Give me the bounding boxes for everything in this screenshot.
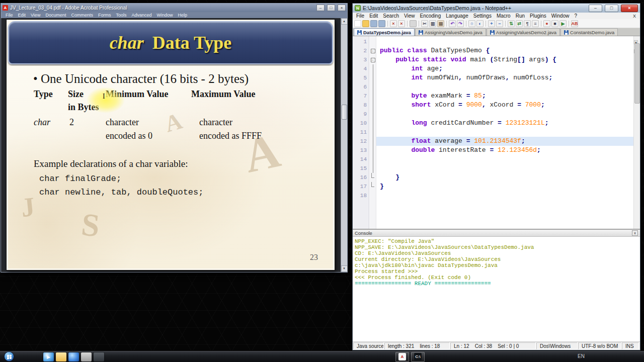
spellcheck-icon[interactable]: AB [571,20,578,27]
code-line-12[interactable]: 12 float average = 101.2134543f; [353,137,633,146]
acrobat-titlebar[interactable]: A JV_Lecture_03_04.pdf - Adobe Acrobat P… [1,4,347,12]
code-line-7[interactable]: 7 byte examMark = 85; [353,92,633,101]
code-line-10[interactable]: 10 long creditCardNumber = 123123121L; [353,119,633,128]
language-indicator[interactable]: EN [578,353,585,359]
npp-menu-encoding[interactable]: Encoding [418,13,444,19]
npp-menu-macro[interactable]: Macro [494,13,513,19]
tab-AssigningValuesDemo2.java[interactable]: AssigningValuesDemo2.java [487,28,560,36]
acrobat-minimize-button[interactable]: – [316,5,325,11]
copy-icon[interactable]: ▥ [429,20,436,27]
paste-icon[interactable]: ▤ [437,20,444,27]
code-line-15[interactable]: 15 [353,164,633,173]
acrobat-scroll-thumb[interactable] [342,105,347,120]
new-file-icon[interactable] [354,20,361,27]
save-all-icon[interactable] [378,20,385,27]
console-output[interactable]: NPP_EXEC: "Compile Java"NPP_SAVE: E:\Jav… [353,237,640,341]
pinned-app-gray-icon[interactable] [81,352,92,361]
acrobat-scrollbar[interactable]: ▲ ▼ [341,18,347,272]
npp-menu-run[interactable]: Run [513,13,527,19]
taskbar-button-cmd[interactable]: C:\ [411,352,425,362]
code-line-3[interactable]: 3− public static void main (String[] arg… [353,55,633,64]
word-wrap-icon[interactable]: ¶ [524,20,531,27]
sync-vertical-icon[interactable]: ⇅ [508,20,515,27]
save-icon[interactable] [370,20,377,27]
redo-icon[interactable]: ↷ [457,20,464,27]
acrobat-menu-file[interactable]: File [3,12,16,18]
fold-collapse-icon[interactable]: − [371,58,375,62]
console-close-button[interactable]: x [632,230,638,236]
close-all-icon[interactable]: × [398,20,405,27]
acrobat-menu-view[interactable]: View [28,12,43,18]
taskbar-button-acrobat[interactable]: A [395,352,409,362]
text-cursor-icon: I [103,93,105,101]
editor-scroll-thumb[interactable] [634,43,640,104]
browser-icon[interactable] [68,352,79,361]
acrobat-close-button[interactable]: × [338,5,346,11]
close-icon[interactable]: × [390,20,397,27]
open-folder-icon[interactable] [362,20,369,27]
acrobat-menu-forms[interactable]: Forms [96,12,114,18]
notepadpp-titlebar[interactable]: N E:\JavaVideos\JavaSources\DataTypesDem… [353,4,640,13]
notepadpp-close-button[interactable]: × [621,5,638,12]
media-player-icon[interactable]: ▶ [43,352,54,361]
code-line-5[interactable]: 5 int numOfWin, numOfDraws, numOfLoss; [353,73,633,82]
console-header: Console x [353,230,640,237]
start-button[interactable] [4,351,14,361]
play-macro-icon[interactable]: ▶ [559,20,567,27]
stop-macro-icon[interactable]: ■ [551,20,558,27]
code-line-14[interactable]: 14 [353,155,633,164]
npp-menu-edit[interactable]: Edit [367,13,380,19]
scroll-up-icon[interactable]: ▲ [341,18,348,25]
fold-collapse-icon[interactable]: − [371,49,375,53]
show-symbols-icon[interactable]: ≡ [532,20,539,27]
sync-horizontal-icon[interactable]: ⇄ [516,20,523,27]
undo-icon[interactable]: ↶ [449,20,456,27]
acrobat-menu-tools[interactable]: Tools [113,12,129,18]
npp-menu-plugins[interactable]: Plugins [527,13,549,19]
notepadpp-restore-button[interactable]: □ [605,5,618,12]
code-line-9[interactable]: 9 [353,110,633,119]
explorer-icon[interactable] [56,352,66,361]
npp-menu-settings[interactable]: Settings [471,13,494,19]
acrobat-menu-edit[interactable]: Edit [16,12,29,18]
acrobat-menu-help[interactable]: Help [176,12,190,18]
code-line-17[interactable]: 17} [353,182,633,191]
scroll-down-icon[interactable]: ▼ [341,265,348,272]
acrobat-menu-advanced[interactable]: Advanced [129,12,154,18]
tab-ConstantsDemo.java[interactable]: ConstantsDemo.java [560,28,618,36]
find-icon[interactable]: ○ [468,20,475,27]
tab-AssigningValuesDemo.java[interactable]: AssigningValuesDemo.java [415,28,486,36]
cut-icon[interactable]: ✂ [421,20,428,27]
npp-menu-search[interactable]: Search [380,13,401,19]
code-line-6[interactable]: 6 [353,82,633,92]
code-line-16[interactable]: 16 } [353,173,633,182]
print-icon[interactable] [410,20,417,27]
editor-area[interactable]: 12−public class DataTypesDemo {3− public… [353,36,640,229]
tab-DataTypesDemo.java[interactable]: DataTypesDemo.java [354,28,415,36]
desktop-background: A JV_Lecture_03_04.pdf - Adobe Acrobat P… [0,0,644,362]
npp-menu-language[interactable]: Language [443,13,471,19]
acrobat-menu-document[interactable]: Document [43,12,68,18]
code-line-4[interactable]: 4 int age; [353,64,633,73]
zoom-out-icon[interactable]: − [496,20,503,27]
record-macro-icon[interactable]: ● [543,20,550,27]
pinned-app-dark-icon[interactable] [94,352,104,361]
code-line-13[interactable]: 13 double interestRate = 12.123456d; [353,146,633,155]
code-line-1[interactable]: 1 [353,37,633,46]
acrobat-menu-comments[interactable]: Comments [68,12,96,18]
npp-menu-view[interactable]: View [401,13,418,19]
code-line-8[interactable]: 8 short xCord = 9000, xCoord = 7000; [353,101,633,110]
notepadpp-minimize-button[interactable]: – [589,5,602,12]
zoom-in-icon[interactable]: + [488,20,495,27]
npp-menu-help[interactable]: ? [572,13,580,19]
document-close-x[interactable]: X [630,14,639,19]
acrobat-restore-button[interactable]: □ [327,5,335,11]
code-line-11[interactable]: 11 [353,128,633,137]
acrobat-menu-window[interactable]: Window [154,12,175,18]
npp-menu-window[interactable]: Window [549,13,572,19]
code-line-18[interactable]: 18 [353,191,633,200]
replace-icon[interactable]: ◐ [476,20,484,27]
npp-menu-file[interactable]: File [354,13,367,19]
code-line-2[interactable]: 2−public class DataTypesDemo { [353,46,633,55]
editor-scrollbar[interactable]: ▲ ▼ [633,36,640,229]
